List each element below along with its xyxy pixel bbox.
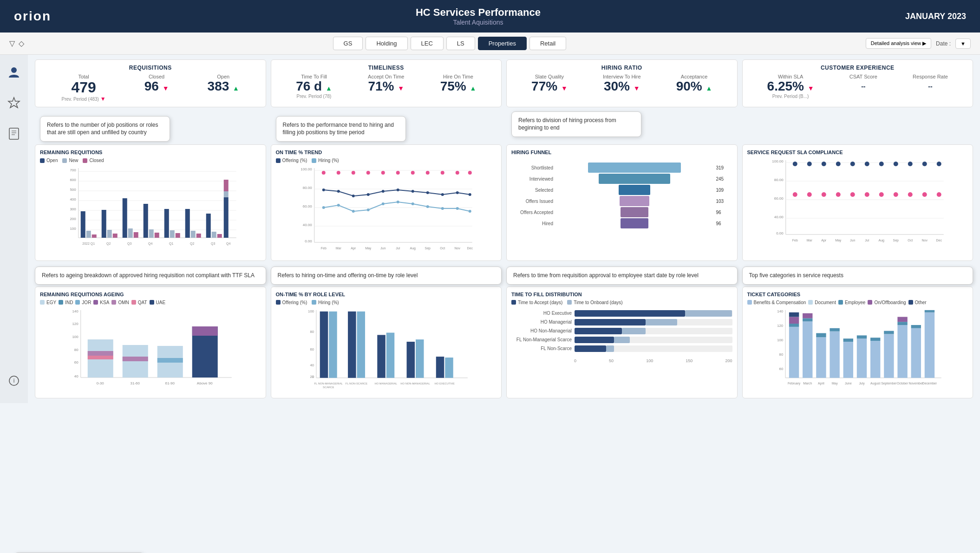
kpi-closed: Closed 96 ▼ — [144, 74, 169, 102]
bar — [176, 233, 180, 238]
header-date: JANUARY 2023 — [905, 12, 966, 21]
svg-point-49 — [411, 171, 414, 175]
svg-text:Dec: Dec — [936, 239, 942, 242]
svg-point-72 — [426, 205, 429, 208]
svg-point-70 — [396, 201, 399, 203]
kpi-withinsla: Within SLA 6.25% ▼ Prev. Period (B...) — [767, 74, 814, 99]
hbar-ho-executive: HO Executive — [511, 310, 732, 317]
svg-point-56 — [352, 195, 354, 197]
kpi-interviewtohire-value: 30% ▼ — [603, 79, 641, 94]
legend-uae: UAE — [150, 300, 166, 305]
funnel-bar-hired — [621, 218, 648, 228]
legend-ksa-label: KSA — [100, 300, 109, 305]
svg-text:400: 400 — [70, 197, 76, 202]
svg-text:Oct: Oct — [440, 247, 445, 250]
navbar: ▽ ◇ GS Holding LEC LS Properties Retail … — [0, 33, 980, 55]
svg-text:60: 60 — [74, 360, 78, 364]
bar — [170, 230, 175, 238]
sidebar-icon-user[interactable] — [6, 64, 22, 81]
clear-icon[interactable]: ◇ — [19, 39, 24, 48]
timefill-x-200: 200 — [725, 358, 732, 363]
svg-point-114 — [864, 192, 869, 197]
nav-right: Detailed analysis view ▶ Date : ▼ — [866, 38, 971, 49]
detailed-analysis-btn[interactable]: Detailed analysis view ▶ — [866, 38, 931, 49]
svg-text:Mar: Mar — [806, 239, 812, 242]
ontime-role-title: ON-TIME % BY ROLE LEVEL — [276, 292, 497, 297]
kpi-customer-experience: CUSTOMER EXPERIENCE Within SLA 6.25% ▼ P… — [742, 59, 973, 107]
kpi-requisitions-title: REQUISITIONS — [42, 65, 259, 71]
svg-point-68 — [366, 208, 369, 211]
legend-hiring2: Hiring (%) — [312, 300, 339, 305]
svg-point-112 — [836, 192, 840, 197]
svg-rect-183 — [830, 332, 839, 378]
svg-rect-198 — [924, 312, 934, 378]
svg-point-116 — [893, 192, 898, 197]
svg-text:Feb: Feb — [792, 239, 797, 242]
bar — [92, 234, 97, 238]
sla-compliance-title: SERVICE REQUEST SLA COMPLIANCE — [747, 150, 968, 155]
svg-text:Aug: Aug — [878, 239, 884, 242]
funnel-label-offers-accepted: Offers Accepted — [511, 210, 553, 215]
sidebar-icon-book[interactable] — [6, 125, 22, 142]
kpi-slatequality: Slate Quality 77% ▼ — [531, 74, 568, 94]
kpi-timetofill-value: 76 d ▲ — [296, 79, 332, 94]
kpi-timetofill: Time To Fill 76 d ▲ Prev. Period (78) — [296, 74, 332, 99]
bar — [81, 211, 85, 238]
svg-point-47 — [381, 171, 385, 175]
kpi-csat-value: -- — [849, 79, 877, 90]
svg-text:200: 200 — [70, 217, 76, 221]
legend-closed-label: Closed — [89, 158, 104, 163]
svg-text:120: 120 — [777, 324, 784, 328]
svg-point-52 — [455, 171, 459, 175]
bar — [206, 214, 211, 238]
kpi-open: Open 383 ▲ — [208, 74, 239, 102]
hbar-fl-nonmanagerial-scarce-label: FL Non-Managerial Scarce — [511, 337, 572, 342]
sidebar-icon-info[interactable]: i — [6, 372, 22, 389]
svg-text:Q3: Q3 — [211, 242, 215, 246]
legend-document: Document — [808, 300, 836, 305]
svg-text:0-30: 0-30 — [97, 381, 105, 385]
tab-properties[interactable]: Properties — [478, 37, 527, 50]
svg-point-110 — [807, 192, 811, 197]
svg-text:FL NON-MANAGERIAL: FL NON-MANAGERIAL — [314, 382, 343, 385]
svg-text:40.00: 40.00 — [302, 223, 312, 227]
tab-lec[interactable]: LEC — [411, 37, 444, 50]
funnel-row-offers-issued: Offers Issued 103 — [511, 196, 732, 206]
bar — [144, 204, 148, 238]
svg-text:60: 60 — [310, 347, 314, 351]
svg-rect-199 — [924, 310, 934, 312]
funnel-bar-offers-issued — [620, 196, 649, 206]
svg-point-107 — [922, 162, 927, 166]
tab-holding[interactable]: Holding — [366, 37, 407, 50]
timefill-x-axis: 0 50 100 150 200 — [511, 358, 732, 363]
tab-retail[interactable]: Retail — [529, 37, 566, 50]
ageing-title: REMAINING REQUITIONS AGEING — [40, 292, 261, 297]
legend-benefits-dot — [747, 300, 752, 305]
kpi-hireontime: Hire On Time 75% ▲ — [440, 74, 477, 99]
main-container: i REQUISITIONS Total 479 Prev. Period (4… — [0, 55, 980, 403]
funnel-bar-selected — [619, 185, 650, 195]
header: orion HC Services Performance Talent Aqu… — [0, 0, 980, 33]
svg-text:Jun: Jun — [850, 239, 855, 242]
svg-rect-155 — [386, 332, 394, 377]
kpi-total-prev: Prev. Period (483) ▼ — [62, 96, 106, 102]
funnel-count-offers-accepted: 96 — [716, 210, 732, 215]
svg-point-111 — [821, 192, 826, 197]
ticket-categories-panel: TICKET CATEGORIES Benefits & Compensatio… — [742, 286, 973, 398]
legend-closed-dot — [83, 158, 87, 163]
svg-rect-152 — [348, 312, 356, 378]
sidebar-icon-star[interactable] — [6, 95, 22, 111]
funnel-label-shortlisted: Shortlisted — [511, 165, 553, 170]
svg-text:December: December — [922, 382, 937, 385]
bar — [123, 198, 127, 238]
tab-ls[interactable]: LS — [446, 37, 475, 50]
tab-gs[interactable]: GS — [333, 37, 363, 50]
filter-icon[interactable]: ▽ — [9, 39, 15, 48]
bar — [224, 191, 229, 197]
date-picker[interactable]: ▼ — [955, 39, 971, 49]
svg-text:Above 90: Above 90 — [197, 381, 213, 385]
svg-text:80: 80 — [779, 352, 783, 357]
bar — [102, 210, 106, 238]
svg-point-74 — [456, 207, 458, 210]
svg-point-53 — [468, 171, 471, 175]
